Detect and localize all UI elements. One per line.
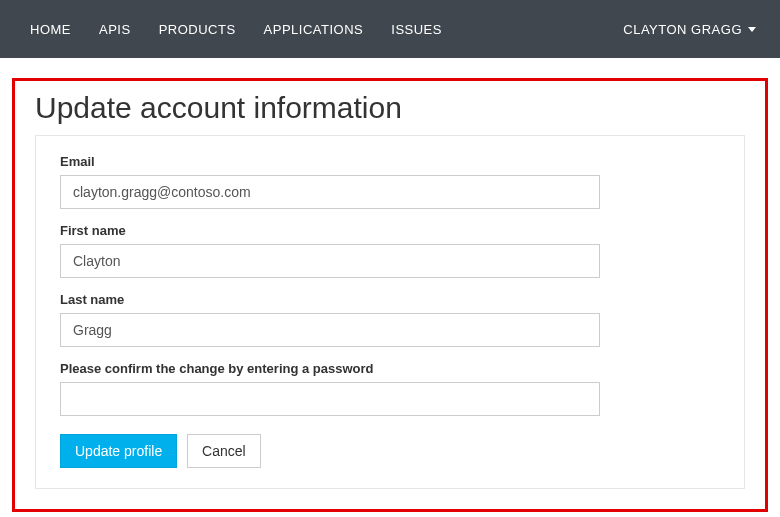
- nav-left: HOME APIS PRODUCTS APPLICATIONS ISSUES: [16, 2, 456, 57]
- navbar: HOME APIS PRODUCTS APPLICATIONS ISSUES C…: [0, 0, 780, 58]
- email-label: Email: [60, 154, 720, 169]
- user-menu[interactable]: CLAYTON GRAGG: [615, 2, 764, 57]
- email-field[interactable]: [60, 175, 600, 209]
- first-name-field[interactable]: [60, 244, 600, 278]
- last-name-field[interactable]: [60, 313, 600, 347]
- cancel-button[interactable]: Cancel: [187, 434, 261, 468]
- button-row: Update profile Cancel: [60, 434, 720, 468]
- last-name-label: Last name: [60, 292, 720, 307]
- update-profile-button[interactable]: Update profile: [60, 434, 177, 468]
- form-group-last-name: Last name: [60, 292, 720, 347]
- nav-home[interactable]: HOME: [16, 2, 85, 57]
- content-highlight: Update account information Email First n…: [12, 78, 768, 512]
- first-name-label: First name: [60, 223, 720, 238]
- form-group-password: Please confirm the change by entering a …: [60, 361, 720, 416]
- form-group-email: Email: [60, 154, 720, 209]
- nav-apis[interactable]: APIS: [85, 2, 145, 57]
- password-label: Please confirm the change by entering a …: [60, 361, 720, 376]
- nav-products[interactable]: PRODUCTS: [145, 2, 250, 57]
- nav-issues[interactable]: ISSUES: [377, 2, 456, 57]
- form-panel: Email First name Last name Please confir…: [35, 135, 745, 489]
- nav-applications[interactable]: APPLICATIONS: [250, 2, 378, 57]
- user-menu-label: CLAYTON GRAGG: [623, 22, 742, 37]
- page-title: Update account information: [35, 91, 745, 125]
- form-group-first-name: First name: [60, 223, 720, 278]
- caret-down-icon: [748, 27, 756, 32]
- password-field[interactable]: [60, 382, 600, 416]
